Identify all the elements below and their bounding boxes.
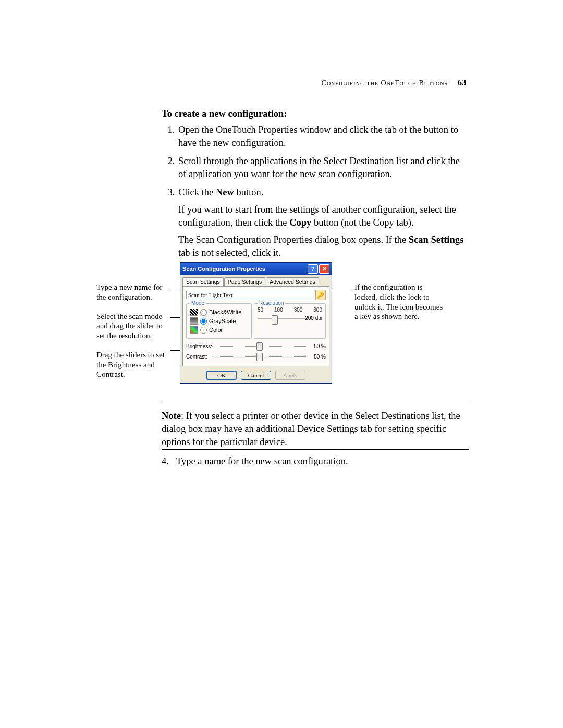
callout-brightness-contrast: Drag the sliders to set the Brightness a… [96, 350, 169, 379]
step-3: Click the New button. If you want to sta… [177, 186, 469, 260]
brightness-value: 50 % [308, 343, 326, 349]
ok-button[interactable]: OK [206, 371, 237, 380]
callout-mode-resolution: Select the scan mode and drag the slider… [96, 312, 169, 341]
help-button[interactable]: ? [308, 264, 318, 274]
resolution-value: 200 dpi [305, 315, 322, 321]
key-icon: 🔑 [317, 292, 324, 299]
mode-fieldset: Mode Black&White GrayScale Colo [186, 303, 252, 339]
section-title: Configuring the OneTouch Buttons [322, 79, 448, 87]
contrast-thumb[interactable] [256, 353, 263, 361]
connector-line [330, 288, 353, 288]
contrast-row: Contrast: 50 % [186, 352, 326, 361]
color-icon [190, 326, 198, 334]
contrast-slider[interactable] [212, 352, 306, 361]
tab-scan-settings[interactable]: Scan Settings [182, 277, 224, 286]
dialog-titlebar[interactable]: Scan Configuration Properties ? ✕ [180, 263, 332, 275]
resolution-ticks: 50 100 300 600 [258, 307, 322, 313]
dialog-title: Scan Configuration Properties [182, 266, 307, 272]
brightness-thumb[interactable] [256, 342, 263, 351]
brightness-slider[interactable] [212, 342, 306, 350]
config-name-input[interactable] [186, 291, 313, 299]
resolution-legend: Resolution [258, 300, 285, 306]
section-heading: To create a new configuration: [162, 108, 469, 119]
radio-bw[interactable] [200, 309, 207, 316]
callout-lock: If the configuration is locked, click th… [354, 282, 446, 322]
scan-config-dialog: Scan Configuration Properties ? ✕ Scan S… [180, 262, 332, 384]
steps-list: Open the OneTouch Properties window and … [162, 124, 469, 260]
lock-toggle-button[interactable]: 🔑 [315, 290, 326, 300]
grayscale-icon [190, 317, 198, 325]
cancel-button[interactable]: Cancel [241, 371, 271, 380]
step-1: Open the OneTouch Properties window and … [177, 124, 469, 150]
resolution-slider[interactable]: 200 dpi [258, 314, 322, 324]
mode-option-grayscale[interactable]: GrayScale [190, 317, 248, 325]
slider-track [258, 318, 308, 319]
hr-top [162, 404, 469, 404]
slider-thumb[interactable] [272, 315, 278, 325]
close-button[interactable]: ✕ [319, 264, 329, 274]
step-2: Scroll through the applications in the S… [177, 155, 469, 181]
step-4: 4.Type a name for the new scan configura… [162, 456, 469, 467]
tab-strip: Scan Settings Page Settings Advanced Set… [182, 277, 329, 286]
radio-grayscale[interactable] [200, 318, 207, 325]
resolution-fieldset: Resolution 50 100 300 600 200 dpi [254, 303, 326, 339]
hr-bottom [162, 449, 469, 450]
note-text: Note: If you select a printer or other d… [162, 410, 469, 449]
step-3-para-2: If you want to start from the settings o… [178, 203, 469, 229]
step-3-para-3: The Scan Configuration Properties dialog… [178, 233, 469, 260]
bw-icon [190, 309, 198, 316]
tab-body: 🔑 Mode Black&White GrayScale [182, 286, 329, 366]
dialog-buttons: OK Cancel Apply [180, 368, 332, 383]
page-number: 63 [458, 78, 467, 87]
radio-color[interactable] [200, 327, 207, 334]
brightness-row: Brightness: 50 % [186, 342, 326, 350]
mode-legend: Mode [190, 300, 206, 306]
apply-button: Apply [275, 371, 305, 380]
tab-advanced-settings[interactable]: Advanced Settings [266, 277, 319, 286]
page-header: Configuring the OneTouch Buttons 63 [322, 78, 467, 88]
callout-name: Type a new name for the configuration. [96, 282, 169, 302]
contrast-value: 50 % [308, 354, 326, 360]
mode-option-bw[interactable]: Black&White [190, 309, 248, 316]
mode-option-color[interactable]: Color [190, 326, 248, 334]
brightness-contrast-block: Brightness: 50 % Contrast: 50 % [186, 342, 326, 361]
tab-page-settings[interactable]: Page Settings [224, 277, 265, 286]
